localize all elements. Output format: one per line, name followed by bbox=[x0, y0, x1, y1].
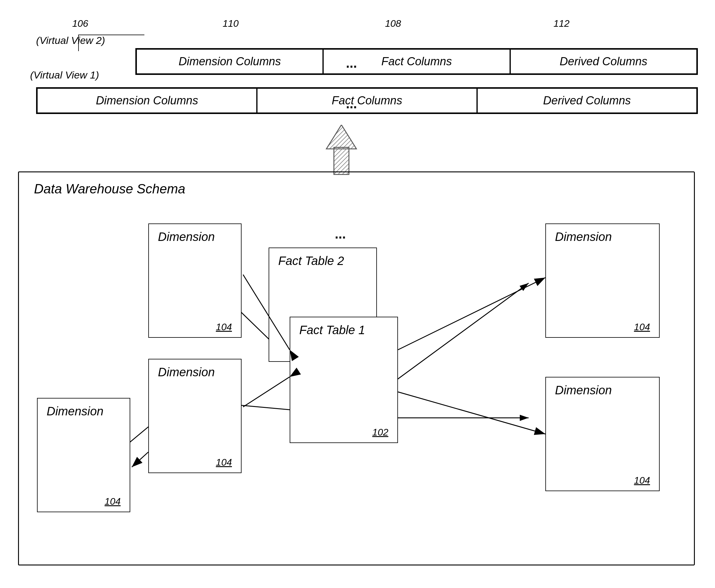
svg-line-5 bbox=[394, 283, 528, 382]
ref-112: 112 bbox=[553, 18, 569, 29]
svg-line-13 bbox=[398, 392, 545, 434]
vv1-dim-columns: Dimension Columns bbox=[37, 88, 257, 113]
schema-dots: ... bbox=[335, 227, 346, 241]
dim-box-top-right: Dimension 104 bbox=[545, 224, 660, 338]
vv2-dim-columns: Dimension Columns bbox=[136, 49, 323, 74]
dw-schema-title: Data Warehouse Schema bbox=[34, 181, 185, 196]
virtual-view-2-row: Dimension Columns Fact Columns Derived C… bbox=[135, 48, 698, 75]
dim-bot-mid-title: Dimension bbox=[158, 365, 215, 379]
upward-arrow bbox=[323, 125, 359, 176]
dim-bot-right-ref: 104 bbox=[634, 475, 650, 486]
virtual-view-1-label: (Virtual View 1) bbox=[30, 69, 99, 81]
row2-dots: ... bbox=[346, 96, 357, 111]
vv2-derived-columns: Derived Columns bbox=[510, 49, 697, 74]
main-container: 106 110 108 112 (Virtual View 2) (Virtua… bbox=[0, 0, 715, 588]
svg-line-14 bbox=[132, 452, 148, 467]
dim-top-mid-ref: 104 bbox=[216, 321, 232, 333]
dim-bot-mid-ref: 104 bbox=[216, 457, 232, 468]
dim-bot-right-title: Dimension bbox=[555, 383, 612, 397]
data-warehouse-schema-box: Data Warehouse Schema Dimension bbox=[18, 171, 695, 565]
fact-table-1-ref: 102 bbox=[372, 427, 388, 438]
dim-box-bot-right: Dimension 104 bbox=[545, 377, 660, 491]
virtual-view-1-row: Dimension Columns Fact Columns Derived C… bbox=[36, 87, 698, 114]
dim-left-title: Dimension bbox=[47, 404, 104, 418]
fact-table-1-box: Fact Table 1 102 bbox=[290, 317, 398, 443]
svg-rect-2 bbox=[334, 147, 349, 174]
svg-line-12 bbox=[398, 278, 545, 350]
ref-110: 110 bbox=[223, 18, 238, 29]
svg-marker-1 bbox=[327, 125, 356, 149]
dim-box-bot-mid: Dimension 104 bbox=[148, 359, 241, 473]
dim-top-right-ref: 104 bbox=[634, 321, 650, 333]
ref-108: 108 bbox=[385, 18, 401, 29]
dim-box-top-mid: Dimension 104 bbox=[148, 224, 241, 338]
ref-106: 106 bbox=[72, 18, 88, 29]
vv1-derived-columns: Derived Columns bbox=[477, 88, 697, 113]
virtual-view-2-label: (Virtual View 2) bbox=[36, 35, 105, 46]
dim-box-left: Dimension 104 bbox=[37, 398, 130, 512]
vv1-fact-columns: Fact Columns bbox=[257, 88, 477, 113]
dim-top-right-title: Dimension bbox=[555, 230, 612, 244]
row1-dots: ... bbox=[346, 56, 357, 71]
fact-table-2-title: Fact Table 2 bbox=[278, 254, 344, 268]
svg-line-11 bbox=[243, 377, 290, 407]
fact-table-1-title: Fact Table 1 bbox=[299, 323, 365, 337]
dim-left-ref: 104 bbox=[105, 496, 121, 507]
dim-top-mid-title: Dimension bbox=[158, 230, 215, 244]
